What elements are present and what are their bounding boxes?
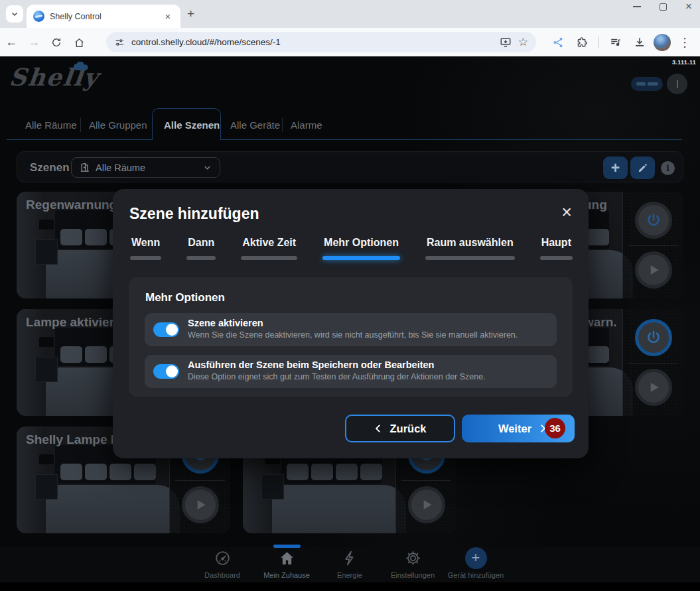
power-icon — [645, 212, 662, 229]
scenes-label: Szenen — [30, 161, 70, 174]
add-scene-button[interactable]: + — [603, 157, 628, 179]
browser-tab[interactable]: Shelly Control × — [27, 5, 180, 28]
play-icon — [418, 496, 435, 513]
tab-alarme[interactable]: Alarme — [291, 119, 322, 131]
tab-underline — [7, 139, 682, 140]
info-icon: i — [666, 163, 669, 173]
tab-alle-gruppen[interactable]: Alle Gruppen — [89, 119, 147, 131]
window-close-button[interactable]: × — [685, 3, 692, 11]
bottom-strip — [0, 582, 700, 591]
back-button-modal[interactable]: Zurück — [345, 415, 455, 442]
info-button[interactable]: i — [661, 161, 675, 175]
room-filter-dropdown[interactable]: Alle Räume — [71, 157, 220, 178]
room-icon — [80, 163, 90, 172]
tab-alle-geraete[interactable]: Alle Geräte — [230, 119, 280, 131]
option-run-on-save: Ausführen der Szene beim Speichern oder … — [145, 355, 557, 388]
step-wenn[interactable]: Wenn — [130, 237, 161, 260]
cloud-icon — [72, 62, 89, 70]
scene-enabled-toggle[interactable] — [153, 322, 179, 337]
play-icon — [645, 261, 662, 279]
run-on-save-toggle[interactable] — [153, 364, 179, 379]
bottom-nav: Dashboard Mein Zuhause Energie Einstellu… — [0, 547, 700, 582]
shelly-favicon — [33, 11, 44, 22]
play-icon — [645, 379, 662, 396]
share-button[interactable] — [548, 35, 568, 49]
tab-search-button[interactable] — [6, 5, 23, 23]
dashboard-gauge-icon — [214, 550, 231, 566]
chevron-down-icon — [11, 10, 19, 18]
home-icon — [74, 37, 85, 48]
pencil-icon — [638, 163, 648, 173]
browser-tabstrip: Shelly Control × + × — [0, 0, 700, 28]
share-icon — [552, 36, 564, 48]
scene-title: ung — [584, 198, 617, 212]
home-button[interactable] — [68, 35, 90, 49]
scene-play-button[interactable] — [635, 251, 672, 289]
media-controls-button[interactable] — [606, 35, 626, 49]
reload-icon — [51, 37, 62, 48]
tab-alle-szenen[interactable]: Alle Szenen — [164, 119, 220, 131]
wizard-steps: Wenn Dann Aktive Zeit Mehr Optionen Raum… — [130, 237, 573, 260]
window-minimize-button[interactable] — [633, 6, 641, 7]
play-icon — [192, 496, 209, 513]
add-scene-modal: Szene hinzufügen × Wenn Dann Aktive Zeit… — [113, 189, 589, 458]
shelly-app: 3.111.11 Shelly Alle Räume Alle Gruppen … — [0, 56, 700, 591]
option-label: Ausführen der Szene beim Speichern oder … — [188, 360, 434, 370]
new-tab-button[interactable]: + — [187, 7, 194, 21]
puzzle-icon — [576, 36, 588, 48]
browser-menu-button[interactable]: ⋮ — [675, 35, 695, 50]
browser-window: Shelly Control × + × ← → control.shelly.… — [0, 0, 700, 591]
edit-scenes-button[interactable] — [630, 157, 655, 179]
address-bar[interactable]: control.shelly.cloud/#/home/scenes/-1 ☆ — [106, 32, 536, 52]
active-nav-indicator — [273, 545, 301, 548]
scene-power-button[interactable] — [635, 202, 672, 239]
scene-play-button[interactable] — [408, 486, 445, 523]
install-app-icon[interactable] — [500, 36, 512, 48]
user-menu-button[interactable] — [667, 74, 687, 94]
extensions-button[interactable] — [572, 35, 592, 49]
window-maximize-button[interactable] — [660, 3, 667, 11]
step-dann[interactable]: Dann — [186, 237, 216, 260]
modal-close-icon[interactable]: × — [561, 204, 572, 221]
room-filter-value: Alle Räume — [96, 163, 197, 173]
panel-heading: Mehr Optionen — [145, 291, 225, 304]
next-button-modal[interactable]: Weiter 36 — [462, 415, 575, 442]
account-pill[interactable] — [631, 77, 663, 91]
step-mehr-optionen[interactable]: Mehr Optionen — [322, 237, 400, 260]
settings-gear-icon — [405, 550, 421, 566]
tab-close-icon[interactable]: × — [162, 11, 174, 23]
nav-geraet-hinzufuegen[interactable]: + Gerät hinzufügen — [439, 550, 512, 579]
step-haupt[interactable]: Haupt — [540, 237, 573, 260]
download-icon — [634, 36, 646, 48]
back-button[interactable]: ← — [0, 35, 23, 49]
power-icon — [645, 329, 662, 346]
site-settings-icon — [114, 37, 125, 48]
playlist-icon — [610, 36, 622, 48]
nav-dashboard[interactable]: Dashboard — [186, 550, 259, 579]
tab-alle-raeume[interactable]: Alle Räume — [25, 119, 77, 131]
scenes-filter-bar: Szenen Alle Räume + i — [17, 151, 683, 182]
scene-power-button[interactable] — [635, 319, 672, 356]
option-label: Szene aktivieren — [188, 318, 263, 328]
nav-einstellungen[interactable]: Einstellungen — [376, 550, 449, 579]
scene-play-button[interactable] — [635, 369, 672, 406]
app-version: 3.111.11 — [672, 59, 696, 66]
user-menu-icon — [677, 80, 678, 88]
downloads-button[interactable] — [630, 35, 650, 49]
modal-title: Szene hinzufügen — [129, 205, 259, 223]
step-raum-auswaehlen[interactable]: Raum auswählen — [425, 237, 515, 260]
add-device-icon: + — [465, 547, 487, 569]
nav-energie[interactable]: Energie — [313, 550, 386, 579]
forward-button[interactable]: → — [23, 35, 45, 49]
profile-avatar[interactable] — [654, 34, 671, 51]
option-scene-enabled: Szene aktivieren Wenn Sie die Szene deak… — [145, 313, 557, 346]
nav-mein-zuhause[interactable]: Mein Zuhause — [250, 550, 323, 579]
reload-button[interactable] — [45, 35, 68, 49]
step-aktive-zeit[interactable]: Aktive Zeit — [241, 237, 297, 260]
scene-play-button[interactable] — [182, 486, 219, 523]
energy-bolt-icon — [342, 550, 358, 566]
bookmark-star-icon[interactable]: ☆ — [518, 35, 528, 49]
option-description: Diese Option eignet sich gut zum Testen … — [188, 372, 486, 381]
url-text: control.shelly.cloud/#/home/scenes/-1 — [131, 37, 493, 47]
option-description: Wenn Sie die Szene deaktivieren, wird si… — [188, 330, 518, 340]
